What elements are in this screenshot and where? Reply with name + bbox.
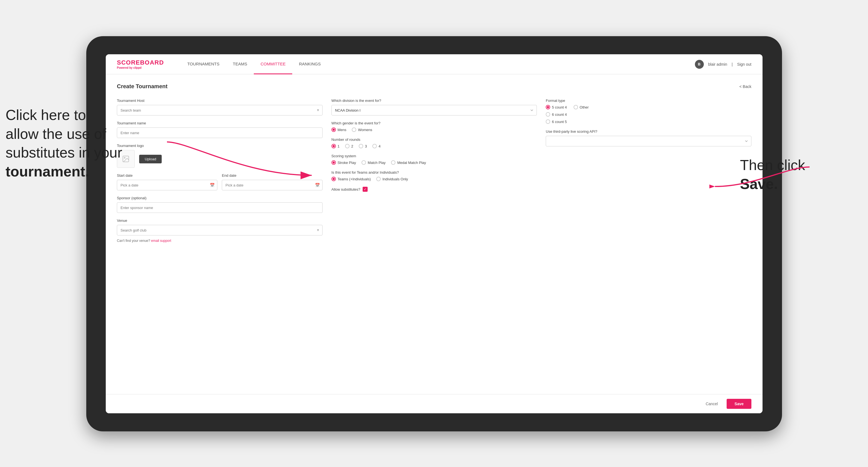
nav-committee[interactable]: COMMITTEE: [254, 54, 292, 74]
start-date-wrapper: 📅: [117, 180, 217, 190]
venue-group: Venue ▼ Can't find your venue? email sup…: [117, 218, 322, 243]
scoring-api-select[interactable]: [546, 136, 751, 146]
sponsor-input[interactable]: [117, 202, 322, 213]
match-play-label: Match Play: [368, 161, 385, 165]
format-5count4-label: 5 count 4: [552, 105, 567, 110]
rounds-4-label: 4: [378, 144, 380, 148]
division-select[interactable]: NCAA Division I: [332, 105, 537, 116]
individuals-only-label: Individuals Only: [382, 177, 408, 181]
logo-area: SCOREBOARD Powered by clippd: [117, 59, 164, 69]
match-play-radio[interactable]: [362, 160, 366, 165]
format-6count4[interactable]: 6 count 4: [546, 112, 567, 117]
gender-label: Which gender is the event for?: [332, 121, 537, 125]
format-row-3: 6 count 5: [546, 119, 751, 124]
allow-substitutes-group: Allow substitutes?: [332, 187, 537, 192]
venue-input[interactable]: [117, 225, 322, 236]
format-6count4-radio[interactable]: [546, 112, 550, 117]
venue-dropdown-icon: ▼: [316, 228, 320, 232]
tablet-screen: SCOREBOARD Powered by clippd TOURNAMENTS…: [106, 54, 763, 413]
event-for-group: Is this event for Teams and/or Individua…: [332, 170, 537, 181]
arrow-left-svg: [161, 136, 317, 181]
stroke-play[interactable]: Stroke Play: [332, 160, 356, 165]
stroke-play-radio[interactable]: [332, 160, 336, 165]
match-play[interactable]: Match Play: [362, 160, 385, 165]
allow-substitutes-row: Allow substitutes?: [332, 187, 537, 192]
sponsor-group: Sponsor (optional): [117, 196, 322, 213]
venue-label: Venue: [117, 218, 322, 223]
scoring-api-label: Use third-party live scoring API?: [546, 129, 751, 133]
nav-rankings[interactable]: RANKINGS: [292, 54, 327, 74]
gender-womens-label: Womens: [358, 128, 372, 132]
medal-match-play-radio[interactable]: [391, 160, 396, 165]
search-icon: ▼: [316, 108, 320, 112]
format-6count5-label: 6 count 5: [552, 120, 567, 124]
teams-individuals-radio[interactable]: [332, 177, 336, 181]
format-5count4-radio[interactable]: [546, 105, 550, 110]
individuals-only-radio[interactable]: [376, 177, 381, 181]
scoring-system-group: Scoring system Stroke Play Match Play: [332, 154, 537, 165]
gender-mens[interactable]: Mens: [332, 127, 346, 132]
teams-individuals[interactable]: Teams (+Individuals): [332, 177, 371, 181]
start-date-input[interactable]: [117, 180, 217, 190]
nav-teams[interactable]: TEAMS: [226, 54, 254, 74]
format-options: 5 count 4 Other 6 count 4: [546, 105, 751, 124]
scoring-system-radio-group: Stroke Play Match Play Medal Match Play: [332, 160, 537, 165]
rounds-2-radio[interactable]: [345, 144, 349, 148]
tablet-device: SCOREBOARD Powered by clippd TOURNAMENTS…: [86, 36, 782, 431]
end-date-wrapper: 📅: [222, 180, 322, 190]
page-header: Create Tournament < Back: [117, 83, 751, 90]
rounds-1[interactable]: 1: [332, 144, 340, 148]
rounds-label: Number of rounds: [332, 137, 537, 142]
format-6count5[interactable]: 6 count 5: [546, 119, 567, 124]
division-group: Which division is the event for? NCAA Di…: [332, 98, 537, 116]
format-type-group: Format type 5 count 4 Other: [546, 98, 751, 124]
sponsor-label: Sponsor (optional): [117, 196, 322, 200]
date-row: 📅 📅: [117, 180, 322, 190]
event-for-radio-group: Teams (+Individuals) Individuals Only: [332, 177, 537, 181]
rounds-radio-group: 1 2 3 4: [332, 144, 537, 148]
navbar: SCOREBOARD Powered by clippd TOURNAMENTS…: [106, 54, 763, 74]
sign-out-link[interactable]: Sign out: [737, 62, 751, 66]
page-content: Create Tournament < Back Tournament Host…: [106, 74, 763, 394]
format-6count5-radio[interactable]: [546, 119, 550, 124]
allow-substitutes-checkbox[interactable]: [363, 187, 368, 192]
division-label: Which division is the event for?: [332, 98, 537, 103]
format-other-radio[interactable]: [574, 105, 578, 110]
allow-substitutes-label: Allow substitutes?: [332, 187, 361, 191]
gender-group: Which gender is the event for? Mens Wome…: [332, 121, 537, 132]
format-row-2: 6 count 4: [546, 112, 751, 117]
venue-note: Can't find your venue? email support: [117, 239, 322, 243]
cancel-button[interactable]: Cancel: [701, 399, 722, 408]
medal-match-play[interactable]: Medal Match Play: [391, 160, 426, 165]
rounds-2-label: 2: [351, 144, 353, 148]
gender-mens-radio[interactable]: [332, 127, 336, 132]
event-for-label: Is this event for Teams and/or Individua…: [332, 170, 537, 175]
end-date-input[interactable]: [222, 180, 322, 190]
email-support-link[interactable]: email support: [151, 239, 171, 243]
rounds-3-radio[interactable]: [359, 144, 363, 148]
save-button[interactable]: Save: [726, 399, 751, 409]
format-other[interactable]: Other: [574, 105, 589, 110]
gender-radio-group: Mens Womens: [332, 127, 537, 132]
format-5count4[interactable]: 5 count 4: [546, 105, 567, 110]
user-avatar: B: [695, 60, 704, 69]
tournament-host-label: Tournament Host: [117, 98, 322, 103]
gender-womens-radio[interactable]: [352, 127, 356, 132]
individuals-only[interactable]: Individuals Only: [376, 177, 408, 181]
rounds-4-radio[interactable]: [372, 144, 377, 148]
rounds-4[interactable]: 4: [372, 144, 380, 148]
nav-tournaments[interactable]: TOURNAMENTS: [181, 54, 226, 74]
gender-womens[interactable]: Womens: [352, 127, 372, 132]
back-link[interactable]: < Back: [739, 84, 751, 89]
format-other-label: Other: [580, 105, 589, 110]
rounds-1-label: 1: [338, 144, 340, 148]
rounds-2[interactable]: 2: [345, 144, 353, 148]
rounds-group: Number of rounds 1 2: [332, 137, 537, 148]
format-row-1: 5 count 4 Other: [546, 105, 751, 110]
scoring-system-label: Scoring system: [332, 154, 537, 158]
rounds-3[interactable]: 3: [359, 144, 367, 148]
logo-powered: Powered by clippd: [117, 66, 164, 69]
nav-links: TOURNAMENTS TEAMS COMMITTEE RANKINGS: [181, 54, 695, 74]
rounds-1-radio[interactable]: [332, 144, 336, 148]
format-type-label: Format type: [546, 98, 751, 103]
